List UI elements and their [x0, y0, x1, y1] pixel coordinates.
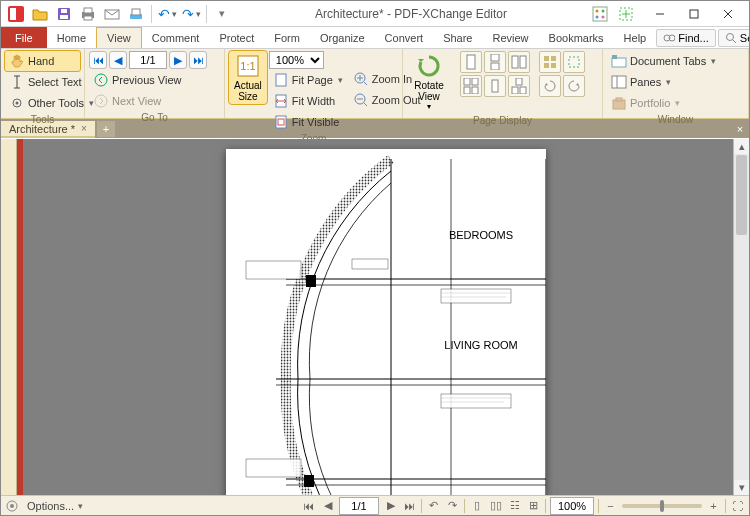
actual-size-icon: 1:1 [235, 53, 261, 79]
gaps-toggle[interactable] [563, 51, 585, 73]
tab-view[interactable]: View [96, 27, 142, 48]
next-view-button[interactable]: Next View [89, 91, 220, 111]
tab-review[interactable]: Review [482, 27, 538, 48]
svg-rect-49 [492, 80, 498, 92]
actual-size-button[interactable]: 1:1 Actual Size [229, 51, 267, 104]
scan-icon[interactable] [125, 3, 147, 25]
status-last-page[interactable]: ⏭ [402, 498, 417, 513]
fit-page-button[interactable]: Fit Page [269, 70, 347, 90]
tab-bookmarks[interactable]: Bookmarks [539, 27, 614, 48]
fit-width-icon [273, 93, 289, 109]
svg-rect-56 [551, 63, 556, 68]
tab-protect[interactable]: Protect [209, 27, 264, 48]
first-page-button[interactable]: ⏮ [89, 51, 107, 69]
status-zoom-input[interactable] [550, 497, 594, 515]
status-layout-2[interactable]: ▯▯ [488, 498, 503, 513]
zoom-in-icon [353, 71, 369, 87]
fit-visible-button[interactable]: Fit Visible [269, 112, 347, 132]
document-tabs-button[interactable]: Document Tabs [607, 51, 744, 71]
svg-rect-55 [544, 63, 549, 68]
status-zoom-in[interactable]: + [706, 498, 721, 513]
layout-continuous[interactable] [484, 51, 506, 73]
layout-two-cont[interactable] [460, 75, 482, 97]
undo-button[interactable]: ↶ [156, 3, 178, 25]
app-icon[interactable] [5, 3, 27, 25]
room-label: LIVING ROOM [444, 339, 517, 351]
layout-single[interactable] [460, 51, 482, 73]
tab-help[interactable]: Help [614, 27, 657, 48]
close-button[interactable] [711, 3, 745, 25]
scroll-up-arrow[interactable]: ▴ [734, 139, 749, 154]
window-title: Architecture* - PDF-XChange Editor [233, 7, 589, 21]
svg-rect-79 [441, 394, 511, 408]
file-tab[interactable]: File [1, 27, 47, 48]
status-layout-3[interactable]: ☷ [507, 498, 522, 513]
thumbnails-toggle[interactable] [539, 51, 561, 73]
layout-cover[interactable] [484, 75, 506, 97]
redo-button[interactable]: ↷ [180, 3, 202, 25]
svg-rect-44 [520, 56, 526, 68]
tab-form[interactable]: Form [264, 27, 310, 48]
scroll-down-arrow[interactable]: ▾ [734, 480, 749, 495]
hand-tool[interactable]: Hand [5, 51, 80, 71]
forward-arrow-icon [93, 93, 109, 109]
launch-icon[interactable] [615, 3, 637, 25]
svg-point-14 [596, 15, 599, 18]
status-zoom-out[interactable]: − [603, 498, 618, 513]
status-layout-4[interactable]: ⊞ [526, 498, 541, 513]
status-next-page[interactable]: ▶ [383, 498, 398, 513]
panes-button[interactable]: Panes [607, 72, 744, 92]
select-text-tool[interactable]: Select Text [5, 72, 80, 92]
next-page-button[interactable]: ▶ [169, 51, 187, 69]
other-tools[interactable]: Other Tools [5, 93, 80, 113]
page-number-input[interactable] [129, 51, 167, 69]
svg-rect-84 [352, 259, 388, 269]
vertical-scrollbar[interactable]: ▴ ▾ [733, 139, 749, 495]
rotate-view-button[interactable]: Rotate View▾ [407, 51, 451, 114]
document-canvas[interactable]: BEDROOMS LIVING ROOM BASEMENT ▴ ▾ [23, 139, 749, 495]
svg-point-31 [95, 95, 107, 107]
tab-convert[interactable]: Convert [375, 27, 434, 48]
status-prev-page[interactable]: ◀ [320, 498, 335, 513]
scroll-thumb[interactable] [736, 155, 747, 235]
status-page-input[interactable] [339, 497, 379, 515]
group-label-pagedisplay: Page Display [407, 114, 598, 127]
ui-options-icon[interactable] [589, 3, 611, 25]
rotate-ccw[interactable] [563, 75, 585, 97]
open-icon[interactable] [29, 3, 51, 25]
qat-customize[interactable]: ▾ [211, 3, 233, 25]
rotate-cw[interactable] [539, 75, 561, 97]
find-button[interactable]: Find... [656, 29, 716, 47]
status-layout-1[interactable]: ▯ [469, 498, 484, 513]
svg-rect-34 [276, 74, 286, 86]
zoom-slider[interactable] [622, 504, 702, 508]
fit-width-button[interactable]: Fit Width [269, 91, 347, 111]
tab-comment[interactable]: Comment [142, 27, 210, 48]
tab-close-icon[interactable]: × [81, 123, 87, 134]
svg-rect-83 [246, 459, 301, 477]
maximize-button[interactable] [677, 3, 711, 25]
previous-view-button[interactable]: Previous View [89, 70, 220, 90]
status-fullscreen[interactable]: ⛶ [730, 498, 745, 513]
portfolio-button[interactable]: Portfolio [607, 93, 744, 113]
layout-cover-cont[interactable] [508, 75, 530, 97]
email-icon[interactable] [101, 3, 123, 25]
minimize-button[interactable] [643, 3, 677, 25]
tab-organize[interactable]: Organize [310, 27, 375, 48]
prev-page-button[interactable]: ◀ [109, 51, 127, 69]
print-icon[interactable] [77, 3, 99, 25]
layout-two-up[interactable] [508, 51, 530, 73]
tab-share[interactable]: Share [433, 27, 482, 48]
status-prev-view[interactable]: ↶ [426, 498, 441, 513]
last-page-button[interactable]: ⏭ [189, 51, 207, 69]
tab-home[interactable]: Home [47, 27, 96, 48]
bookmarks-side-tab[interactable] [1, 139, 17, 495]
fit-page-icon [273, 72, 289, 88]
status-next-view[interactable]: ↷ [445, 498, 460, 513]
search-button[interactable]: Search... [718, 29, 750, 47]
zoom-select[interactable]: 100% [269, 51, 324, 69]
status-first-page[interactable]: ⏮ [301, 498, 316, 513]
options-button[interactable]: Options... [23, 498, 87, 514]
save-icon[interactable] [53, 3, 75, 25]
svg-rect-74 [306, 275, 316, 287]
